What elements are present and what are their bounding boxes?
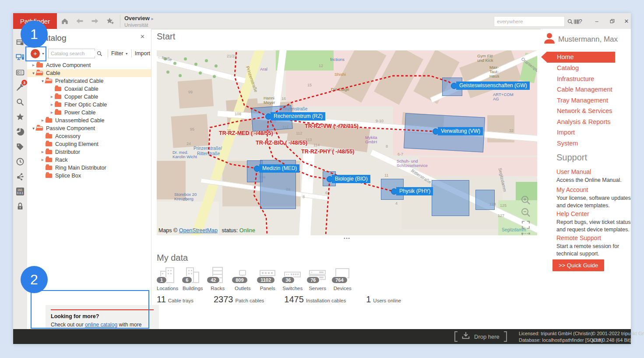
nav-item-analysis-reports[interactable]: Analysis & Reports <box>557 118 611 125</box>
breadcrumb[interactable]: Overview▸ Universität <box>124 14 154 28</box>
cable-route[interactable] <box>326 179 330 235</box>
support-link-title[interactable]: Remote Support <box>556 234 633 241</box>
map-control-fullscreen-icon[interactable] <box>521 220 531 230</box>
tree-item-fiber-optic-cable[interactable]: ▶Fiber Optic Cable <box>27 101 151 109</box>
expander-collapsed-icon[interactable]: ▶ <box>49 111 55 114</box>
data-tile-devices[interactable]: 764Devices <box>332 266 353 291</box>
nav-item-home[interactable]: Home <box>547 52 615 63</box>
building-marker-rechenzentrum-rz-[interactable]: Rechenzentrum (RZ) <box>265 112 325 121</box>
favorites-icon[interactable] <box>15 111 25 123</box>
tree-item-distributor[interactable]: ▶Distributor <box>27 148 151 156</box>
history-icon[interactable] <box>15 156 25 167</box>
highlighted-building[interactable] <box>475 190 495 210</box>
favorite-add-icon[interactable] <box>105 16 116 26</box>
maximize-button[interactable] <box>606 17 618 25</box>
close-button[interactable]: ✕ <box>621 17 632 25</box>
tree-item-splice-box[interactable]: Splice Box <box>27 172 151 180</box>
global-search-input[interactable] <box>494 19 567 24</box>
route-label[interactable]: TR-RZ-MED ( -/48/55) <box>219 130 273 136</box>
building-marker-physik-phy-[interactable]: Physik (PHY) <box>391 187 433 195</box>
map-control-zoom-in-icon[interactable] <box>521 195 531 206</box>
global-search[interactable] <box>494 16 565 27</box>
reports-icon[interactable] <box>15 126 25 138</box>
marker-label[interactable]: Physik (PHY) <box>396 187 433 195</box>
expander-collapsed-icon[interactable]: ▶ <box>49 95 55 99</box>
tree-item-unassembled-cable[interactable]: ▶Unassembled Cable <box>27 117 151 124</box>
tree-item-passive-component[interactable]: ▼Passive Component <box>27 124 151 132</box>
marker-label[interactable]: Geisteswissenschaften (GW) <box>456 82 530 90</box>
data-tile-switches[interactable]: 36Switches <box>282 266 303 291</box>
support-link-title[interactable]: My Account <box>556 186 633 193</box>
support-link-help-center[interactable]: Help CenterReport bugs, view ticket stat… <box>556 210 633 234</box>
jobs-icon[interactable]: 3 <box>15 82 25 93</box>
expander-collapsed-icon[interactable]: ▶ <box>40 158 46 162</box>
catalog-search-icon[interactable] <box>95 49 105 58</box>
user-avatar-icon[interactable] <box>543 32 556 45</box>
support-link-title[interactable]: User Manual <box>556 168 633 175</box>
data-tile-buildings[interactable]: 6Buildings <box>182 266 203 291</box>
data-tile-servers[interactable]: 76Servers <box>307 266 328 291</box>
support-link-remote-support[interactable]: Remote SupportStart a remote session for… <box>556 234 633 258</box>
import-button[interactable]: Import <box>135 50 150 57</box>
route-label[interactable]: TR-RZ-BIO ( -/48/55) <box>256 140 307 146</box>
route-label[interactable]: TR-RZ-PHY ( -/48/55) <box>301 149 354 155</box>
data-tile-outlets[interactable]: 809Outlets <box>232 266 253 291</box>
quick-guide-button[interactable]: >> Quick Guide <box>553 259 604 271</box>
topology-icon[interactable] <box>15 171 25 182</box>
help-button[interactable]: ? <box>575 17 586 25</box>
map-control-zoom-out-icon[interactable] <box>521 207 531 218</box>
filter-dropdown-icon[interactable]: ▼ <box>125 52 128 55</box>
infrastructure-icon[interactable] <box>15 52 25 63</box>
support-link-my-account[interactable]: My AccountYour license, software updates… <box>556 186 633 209</box>
tree-item-coupling-element[interactable]: Coupling Element <box>27 140 151 148</box>
nav-item-system[interactable]: System <box>557 140 578 147</box>
home-icon[interactable] <box>60 16 70 26</box>
tags-icon[interactable] <box>15 141 25 152</box>
marker-label[interactable]: Rechenzentrum (RZ) <box>271 112 325 121</box>
marker-label[interactable]: Medizin (MED) <box>259 164 299 173</box>
tray-management-icon[interactable] <box>15 67 25 78</box>
nav-item-infrastructure[interactable]: Infrastructure <box>557 75 594 82</box>
building-marker-biologie-bio-[interactable]: Biologie (BIO) <box>327 175 370 183</box>
campus-map[interactable]: 21/2312151699951082524110111112113114115… <box>157 50 537 235</box>
user-name[interactable]: Mustermann, Max <box>558 35 618 44</box>
expander-collapsed-icon[interactable]: ▶ <box>40 119 46 122</box>
route-label[interactable]: TR-RZ-VW ( -/72/315) <box>305 123 359 129</box>
tree-item-copper-cable[interactable]: ▶Copper Cable <box>27 93 151 101</box>
drop-zone[interactable]: Drop here <box>454 331 507 342</box>
breadcrumb-title[interactable]: Overview <box>124 15 150 21</box>
map-control-annotate-icon[interactable]: A <box>521 232 531 235</box>
data-tile-panels[interactable]: 1102Panels <box>257 266 278 291</box>
forward-icon[interactable] <box>90 16 100 26</box>
data-tile-locations[interactable]: 1Locations <box>157 266 178 291</box>
nav-item-cable-management[interactable]: Cable Management <box>557 86 612 93</box>
ip-icon[interactable]: 192.0.0.1 <box>15 186 25 197</box>
cable-route[interactable] <box>268 76 454 117</box>
catalog-search[interactable] <box>48 49 95 58</box>
tree-item-prefabricated-cable[interactable]: ▼Prefabricated Cable <box>27 77 151 85</box>
filter-button[interactable]: Filter <box>111 50 123 57</box>
catalog-close-icon[interactable]: ✕ <box>140 33 145 40</box>
expander-collapsed-icon[interactable]: ▶ <box>40 150 46 154</box>
search-icon[interactable] <box>15 96 25 108</box>
nav-item-catalog[interactable]: Catalog <box>557 64 579 71</box>
nav-item-network-services[interactable]: Network & Services <box>557 107 612 114</box>
marker-label[interactable]: Biologie (BIO) <box>332 175 370 183</box>
security-icon[interactable] <box>15 201 25 212</box>
building-marker-geisteswissenschaften-gw-[interactable]: Geisteswissenschaften (GW) <box>451 82 530 90</box>
tree-item-power-cable[interactable]: ▶Power Cable <box>27 109 151 117</box>
splitter-handle[interactable]: ••• <box>332 236 362 241</box>
tree-item-active-component[interactable]: ▶Active Component <box>27 61 151 69</box>
catalog-search-input[interactable] <box>49 51 120 56</box>
support-link-title[interactable]: Help Center <box>556 210 633 217</box>
building-marker-medizin-med-[interactable]: Medizin (MED) <box>254 164 299 173</box>
data-tile-racks[interactable]: 42Racks <box>207 266 228 291</box>
building-marker-verwaltung-vw-[interactable]: Verwaltung (VW) <box>433 127 483 135</box>
tree-item-ring-main-distributor[interactable]: Ring Main Distributor <box>27 164 151 172</box>
tree-item-coaxial-cable[interactable]: Coaxial Cable <box>27 85 151 93</box>
search-icon[interactable] <box>567 17 574 26</box>
tree-item-accessory[interactable]: Accessory <box>27 132 151 140</box>
minimize-button[interactable]: – <box>591 17 602 25</box>
highlighted-building[interactable] <box>432 180 469 216</box>
expander-collapsed-icon[interactable]: ▶ <box>49 103 55 106</box>
